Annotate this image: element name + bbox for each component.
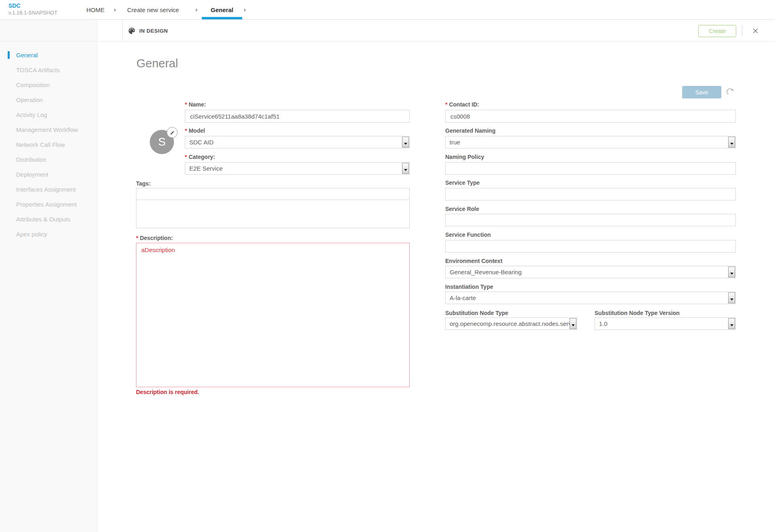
dropdown-arrow-icon[interactable] bbox=[728, 318, 735, 329]
environment-context-label: Environment Context bbox=[445, 257, 503, 265]
sidebar-item-network-call-flow[interactable]: Network Call Flow bbox=[0, 137, 97, 152]
description-error-message: Description is required. bbox=[136, 389, 199, 395]
tab-general[interactable]: General bbox=[202, 0, 242, 19]
page-title: General bbox=[136, 57, 178, 70]
sidebar-item-management-workflow[interactable]: Management Workflow bbox=[0, 122, 97, 137]
service-role-label: Service Role bbox=[445, 205, 479, 213]
sidebar-item-distribution[interactable]: Distribution bbox=[0, 152, 97, 167]
required-marker: * bbox=[136, 235, 138, 241]
brand-name: SDC bbox=[8, 2, 57, 10]
substitution-node-type-version-select[interactable]: 1.0 bbox=[595, 317, 736, 330]
substitution-node-type-label: Substitution Node Type bbox=[445, 309, 508, 317]
category-label: *Category: bbox=[185, 153, 215, 161]
breadcrumb-arrow-icon bbox=[196, 8, 198, 12]
save-button[interactable]: Save bbox=[682, 86, 721, 98]
tags-input[interactable] bbox=[136, 188, 410, 200]
breadcrumb-arrow-icon bbox=[244, 8, 246, 12]
active-tab-underline bbox=[202, 17, 242, 19]
required-marker: * bbox=[185, 127, 187, 134]
edit-avatar-button[interactable] bbox=[167, 127, 178, 138]
instantiation-type-select[interactable]: A-la-carte bbox=[445, 292, 736, 304]
generated-naming-select[interactable]: true bbox=[445, 136, 736, 148]
description-label: *Description: bbox=[136, 234, 173, 242]
required-marker: * bbox=[445, 101, 447, 108]
generated-naming-label: Generated Naming bbox=[445, 127, 495, 134]
close-icon bbox=[752, 27, 759, 34]
avatar-letter: S bbox=[158, 136, 166, 148]
sidebar-item-attributes-outputs[interactable]: Attributes & Outputs bbox=[0, 212, 97, 227]
active-indicator bbox=[8, 51, 10, 59]
sidebar-item-general[interactable]: General bbox=[0, 48, 97, 63]
wizard-sidebar: General TOSCA Artifacts Composition Oper… bbox=[0, 20, 97, 532]
sidebar-item-deployment[interactable]: Deployment bbox=[0, 167, 97, 182]
description-textarea[interactable]: aDescription bbox=[136, 243, 410, 387]
status-badge: IN DESIGN bbox=[139, 28, 168, 34]
sidebar-item-interfaces-assignment[interactable]: Interfaces Assignment bbox=[0, 182, 97, 197]
contact-id-input[interactable] bbox=[445, 110, 736, 123]
environment-context-select[interactable]: General_Revenue-Bearing bbox=[445, 266, 736, 278]
sidebar-item-composition[interactable]: Composition bbox=[0, 77, 97, 92]
dropdown-arrow-icon[interactable] bbox=[728, 292, 735, 303]
breadcrumb-arrow-icon bbox=[114, 8, 116, 12]
brand-version: v.1.16.1-SNAPSHOT bbox=[8, 10, 57, 16]
service-type-input[interactable] bbox=[445, 188, 736, 200]
lifecycle-status: IN DESIGN bbox=[128, 20, 168, 42]
sidebar-item-tosca-artifacts[interactable]: TOSCA Artifacts bbox=[0, 63, 97, 77]
service-function-input[interactable] bbox=[445, 240, 736, 252]
sidebar-item-activity-log[interactable]: Activity Log bbox=[0, 107, 97, 122]
name-label: *Name: bbox=[185, 101, 206, 108]
revert-button[interactable] bbox=[725, 88, 735, 97]
dropdown-arrow-icon[interactable] bbox=[728, 267, 735, 277]
tags-list-box[interactable] bbox=[136, 200, 410, 228]
close-button[interactable] bbox=[749, 25, 761, 37]
sdc-logo: SDC v.1.16.1-SNAPSHOT bbox=[8, 2, 57, 16]
header-divider bbox=[742, 25, 742, 36]
wizard-menu: General TOSCA Artifacts Composition Oper… bbox=[0, 20, 97, 242]
name-input[interactable] bbox=[185, 110, 410, 123]
sdc-app: SDC v.1.16.1-SNAPSHOT HOME Create new se… bbox=[0, 0, 775, 532]
category-select[interactable]: E2E Service bbox=[185, 162, 410, 175]
sidebar-item-apex-policy[interactable]: Apex policy bbox=[0, 227, 97, 242]
naming-policy-input[interactable] bbox=[445, 162, 736, 175]
dropdown-arrow-icon[interactable] bbox=[402, 137, 409, 148]
substitution-node-type-version-label: Substitution Node Type Version bbox=[595, 309, 680, 317]
service-type-label: Service Type bbox=[445, 179, 480, 186]
dropdown-arrow-icon[interactable] bbox=[728, 137, 735, 148]
contact-id-label: *Contact ID: bbox=[445, 101, 479, 108]
pencil-icon bbox=[170, 130, 175, 135]
wizard-header: IN DESIGN Create bbox=[0, 20, 775, 42]
redo-icon bbox=[726, 88, 735, 97]
service-role-input[interactable] bbox=[445, 214, 736, 226]
service-function-label: Service Function bbox=[445, 231, 491, 238]
tab-home[interactable]: HOME bbox=[86, 0, 105, 19]
substitution-node-type-select[interactable]: org.openecomp.resource.abstract.nodes.se… bbox=[445, 317, 577, 330]
tab-general-label: General bbox=[211, 6, 233, 13]
required-marker: * bbox=[185, 101, 187, 108]
sidebar-item-operation[interactable]: Operation bbox=[0, 92, 97, 107]
top-nav: SDC v.1.16.1-SNAPSHOT HOME Create new se… bbox=[0, 0, 775, 20]
create-button[interactable]: Create bbox=[698, 25, 736, 37]
required-marker: * bbox=[185, 154, 187, 160]
sidebar-item-properties-assignment[interactable]: Properties Assignment bbox=[0, 197, 97, 212]
model-select[interactable]: SDC AID bbox=[185, 136, 410, 148]
model-label: *Model bbox=[185, 127, 205, 134]
tags-label: Tags: bbox=[136, 180, 151, 187]
dropdown-arrow-icon[interactable] bbox=[570, 318, 576, 329]
header-divider bbox=[122, 20, 123, 42]
dropdown-arrow-icon[interactable] bbox=[402, 163, 409, 174]
instantiation-type-label: Instantiation Type bbox=[445, 283, 493, 290]
palette-icon bbox=[128, 27, 136, 35]
tab-create-new-service[interactable]: Create new service bbox=[127, 0, 179, 19]
naming-policy-label: Naming Policy bbox=[445, 153, 484, 161]
